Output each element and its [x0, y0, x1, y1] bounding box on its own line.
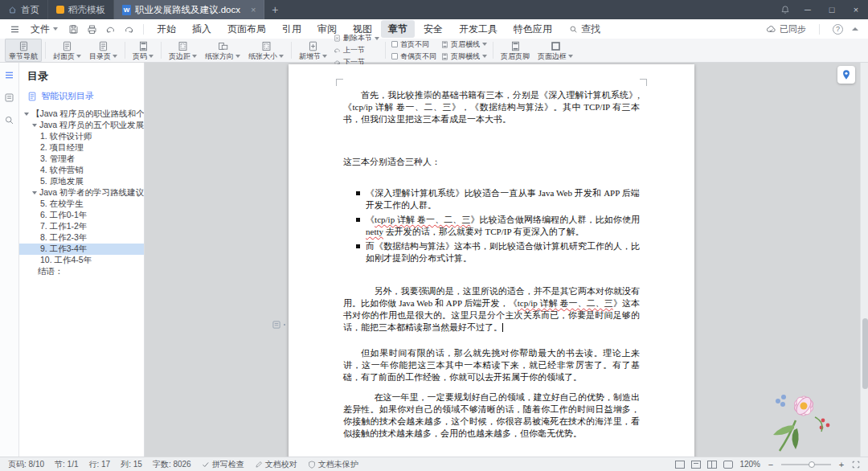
new-section-button[interactable]: 新增节 — [295, 39, 331, 62]
notification-bell-icon[interactable] — [775, 0, 796, 19]
doc-paragraph[interactable]: 另外，我要强调的是，这里所说的适合，并不是其它两本对你就没有用。比如你做 Jav… — [343, 285, 640, 334]
toc-item[interactable]: 5. 原地发展 — [19, 176, 144, 187]
toc-panel-icon[interactable] — [4, 70, 14, 80]
cover-page-button[interactable]: 封面页 — [49, 39, 85, 62]
doc-paragraph[interactable]: 但如果时间有限的话，那么就先挑对你帮助最大的书去读。理论上来讲，这一年你能把这三… — [343, 347, 640, 383]
home-icon — [8, 6, 17, 14]
file-menu[interactable]: 文件 — [25, 23, 63, 36]
document-page[interactable]: 首先，我比较推崇的基础书籍有三本，分别是《深入理解计算机系统》,《tcp/ip … — [289, 64, 694, 457]
search-icon[interactable] — [4, 115, 14, 125]
header-line-button[interactable]: 页眉横线 — [439, 39, 489, 50]
redo-button[interactable] — [121, 22, 137, 36]
tab-dev-tools[interactable]: 开发工具 — [452, 20, 505, 38]
hamburger-icon[interactable] — [6, 22, 23, 36]
find-command[interactable]: 查找 — [569, 23, 600, 36]
document-canvas[interactable]: 首先，我比较推崇的基础书籍有三本，分别是《深入理解计算机系统》,《tcp/ip … — [145, 63, 868, 457]
zoom-out-button[interactable]: − — [767, 460, 775, 469]
page-text[interactable]: 首先，我比较推崇的基础书籍有三本，分别是《深入理解计算机系统》,《tcp/ip … — [343, 89, 640, 440]
smart-toc-button[interactable]: 智能识别目录 — [19, 86, 144, 106]
view-mode-two-page-icon[interactable] — [707, 461, 717, 469]
orientation-button[interactable]: 纸张方向 — [201, 39, 244, 62]
comment-marker[interactable] — [272, 320, 285, 330]
delete-section-button[interactable]: 删除本节 — [331, 33, 382, 43]
footer-line-button[interactable]: 页脚横线 — [439, 51, 489, 62]
close-tab-icon[interactable]: × — [251, 5, 256, 14]
minimize-button[interactable]: ─ — [796, 0, 820, 19]
page-thumbnails-icon[interactable] — [4, 92, 14, 103]
previous-section-button[interactable]: 上一节 — [331, 45, 382, 55]
paper-size-button[interactable]: 纸张大小 — [244, 39, 288, 62]
doc-paragraph[interactable]: 首先，我比较推崇的基础书籍有三本，分别是《深入理解计算机系统》,《tcp/ip … — [343, 89, 640, 125]
zoom-slider[interactable] — [781, 464, 831, 465]
doc-paragraph[interactable]: 在这一年里，一定要规划好自己的领域，建立好自己的优势，制造出差异性。如果你对自己… — [343, 391, 640, 440]
toc-item[interactable]: 3. 管理者 — [19, 154, 144, 165]
undo-button[interactable] — [102, 22, 119, 36]
close-window-button[interactable]: × — [844, 0, 868, 19]
tab-docer-templates[interactable]: 稻壳模板 — [48, 0, 114, 19]
bullet-item[interactable]: 而《数据结构与算法》这本书，则比较适合做计算机研究工作的人，比如刚才提到的分布式… — [356, 240, 640, 264]
view-mode-outline-icon[interactable] — [691, 461, 701, 469]
tab-special-apps[interactable]: 特色应用 — [506, 20, 559, 38]
bullet-item[interactable]: 《tcp/ip 详解 卷一、二、三》比较适合做网络编程的人群，比如你使用 net… — [356, 214, 640, 238]
locate-button[interactable] — [837, 66, 855, 84]
proofread-status[interactable]: 文档校对 — [255, 459, 297, 470]
save-button[interactable] — [65, 22, 82, 36]
divider — [819, 24, 820, 35]
tab-references[interactable]: 引用 — [275, 20, 309, 38]
toc-item[interactable]: 2. 项目经理 — [19, 142, 144, 154]
toc-item[interactable]: 5. 在校学生 — [19, 199, 144, 210]
fullscreen-icon[interactable] — [852, 461, 860, 469]
doc-paragraph[interactable]: 这三本分别适合三种人： — [343, 156, 640, 168]
toc-item[interactable]: 7. 工作1-2年 — [19, 221, 144, 232]
view-mode-web-icon[interactable] — [723, 461, 733, 469]
view-mode-print-icon[interactable] — [675, 461, 685, 469]
toc-item[interactable]: 8. 工作2-3年 — [19, 232, 144, 244]
new-tab-button[interactable]: + — [264, 0, 285, 19]
text-cursor — [502, 323, 503, 332]
different-first-page-checkbox[interactable]: 首页不同 — [389, 39, 439, 50]
margins-button[interactable]: 页边距 — [165, 39, 201, 62]
page-indicator[interactable]: 页码: 8/10 — [8, 459, 44, 470]
toc-item[interactable]: 10. 工作4-5年 — [19, 255, 144, 266]
maximize-button[interactable]: □ — [820, 0, 844, 19]
chevron-down-icon — [32, 124, 37, 127]
vertical-scrollbar[interactable] — [860, 63, 868, 457]
scrollbar-thumb[interactable] — [862, 318, 868, 389]
page-number-button[interactable]: 页码 — [129, 39, 158, 62]
section-navigation-button[interactable]: 章节导航 — [5, 39, 42, 62]
collapse-ribbon-icon[interactable] — [852, 27, 858, 31]
tab-home[interactable]: 首页 — [0, 0, 48, 19]
toc-item[interactable]: 1. 软件设计师 — [19, 131, 144, 142]
different-odd-even-checkbox[interactable]: 奇偶页不同 — [389, 51, 439, 62]
protection-status[interactable]: 文档未保护 — [308, 459, 358, 470]
tab-section[interactable]: 章节 — [381, 20, 415, 38]
tab-document[interactable]: W 职业发展路线及建议.docx × — [114, 0, 264, 19]
word-count[interactable]: 字数: 8026 — [153, 459, 191, 470]
tab-page-layout[interactable]: 页面布局 — [220, 20, 273, 38]
print-button[interactable] — [84, 22, 100, 36]
tab-insert[interactable]: 插入 — [185, 20, 219, 38]
toc-item[interactable]: Java 程序员的五个职业发展方向 — [19, 120, 144, 131]
toc-item[interactable]: Java 初学者的学习路线建议 — [19, 187, 144, 199]
toc-item[interactable]: 【Java 程序员的职业路线和个人发展... — [19, 109, 144, 120]
checkbox-icon — [391, 53, 398, 59]
button-label: 页码 — [133, 53, 147, 60]
bullet-item[interactable]: 《深入理解计算机系统》比较适合一直从事 Java Web 开发和 APP 后端开… — [356, 187, 640, 211]
tab-start[interactable]: 开始 — [149, 20, 183, 38]
help-button[interactable]: ? — [833, 24, 843, 35]
page-border-button[interactable]: 页面边框 — [534, 39, 577, 62]
zoom-slider-knob[interactable] — [809, 461, 815, 468]
toc-item[interactable]: 结语： — [19, 266, 144, 277]
toc-item-selected[interactable]: 9. 工作3-4年 — [19, 244, 144, 255]
zoom-in-button[interactable]: + — [837, 460, 845, 469]
bullet-icon — [356, 244, 360, 248]
checkbox-label: 首页不同 — [400, 39, 429, 50]
toc-page-button[interactable]: 目录页 — [85, 39, 121, 62]
header-footer-button[interactable]: 页眉页脚 — [497, 39, 534, 62]
tab-security[interactable]: 安全 — [416, 20, 450, 38]
zoom-level[interactable]: 120% — [739, 460, 760, 469]
toc-item[interactable]: 4. 软件营销 — [19, 165, 144, 176]
spellcheck-status[interactable]: 拼写检查 — [202, 459, 244, 470]
toc-item[interactable]: 6. 工作0-1年 — [19, 210, 144, 221]
cloud-sync-status[interactable]: 已同步 — [766, 23, 806, 35]
